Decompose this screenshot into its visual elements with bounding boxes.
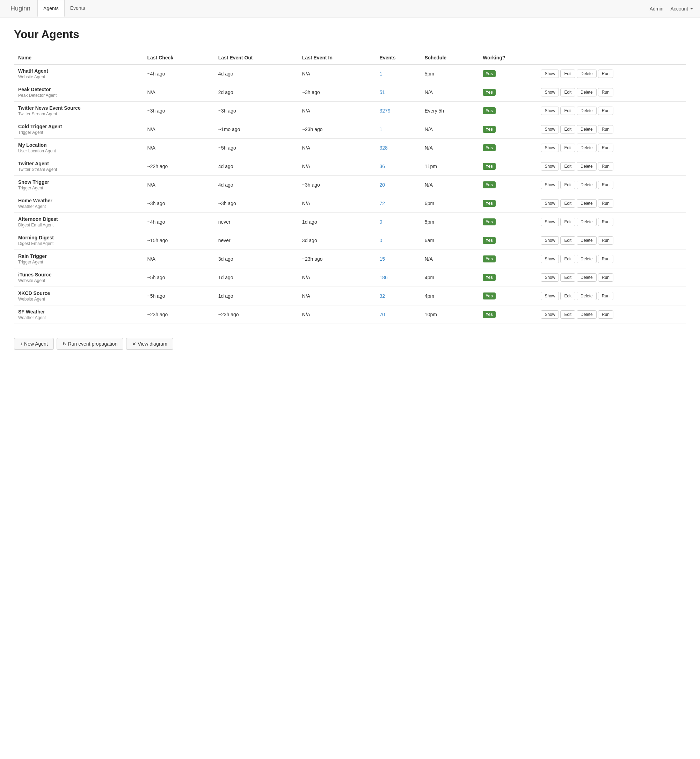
nav-admin[interactable]: Admin	[650, 6, 664, 11]
brand-logo[interactable]: Huginn	[7, 5, 34, 12]
delete-button[interactable]: Delete	[577, 236, 597, 245]
nav-account[interactable]: Account	[670, 6, 693, 11]
show-button[interactable]: Show	[541, 255, 559, 263]
cell-actions: Show Edit Delete Run	[536, 287, 686, 305]
cell-events: 186	[375, 268, 420, 287]
show-button[interactable]: Show	[541, 218, 559, 226]
new-agent-button[interactable]: + New Agent	[14, 338, 54, 350]
cell-schedule: Every 5h	[420, 102, 478, 120]
delete-button[interactable]: Delete	[577, 292, 597, 300]
show-button[interactable]: Show	[541, 144, 559, 152]
edit-button[interactable]: Edit	[560, 88, 575, 97]
run-button[interactable]: Run	[598, 181, 613, 189]
agents-table: Name Last Check Last Event Out Last Even…	[14, 52, 686, 324]
edit-button[interactable]: Edit	[560, 144, 575, 152]
cell-last-event-in: 3d ago	[298, 231, 375, 250]
delete-button[interactable]: Delete	[577, 199, 597, 208]
working-badge: Yes	[483, 126, 496, 133]
edit-button[interactable]: Edit	[560, 255, 575, 263]
show-button[interactable]: Show	[541, 236, 559, 245]
run-button[interactable]: Run	[598, 199, 613, 208]
cell-events: 20	[375, 176, 420, 194]
edit-button[interactable]: Edit	[560, 181, 575, 189]
delete-button[interactable]: Delete	[577, 218, 597, 226]
delete-button[interactable]: Delete	[577, 106, 597, 115]
show-button[interactable]: Show	[541, 292, 559, 300]
cell-schedule: 4pm	[420, 287, 478, 305]
events-link[interactable]: 1	[380, 71, 383, 77]
edit-button[interactable]: Edit	[560, 218, 575, 226]
events-link[interactable]: 0	[380, 238, 383, 243]
edit-button[interactable]: Edit	[560, 125, 575, 133]
run-button[interactable]: Run	[598, 273, 613, 282]
run-button[interactable]: Run	[598, 125, 613, 133]
events-link[interactable]: 70	[380, 312, 385, 317]
run-button[interactable]: Run	[598, 310, 613, 319]
cell-name: Afternoon Digest Digest Email Agent	[14, 213, 143, 231]
run-button[interactable]: Run	[598, 106, 613, 115]
cell-last-check: ~23h ago	[143, 305, 214, 324]
view-diagram-button[interactable]: ✕ View diagram	[126, 338, 173, 350]
events-link[interactable]: 328	[380, 145, 388, 150]
action-buttons: Show Edit Delete Run	[541, 273, 682, 282]
show-button[interactable]: Show	[541, 273, 559, 282]
delete-button[interactable]: Delete	[577, 181, 597, 189]
delete-button[interactable]: Delete	[577, 88, 597, 97]
delete-button[interactable]: Delete	[577, 273, 597, 282]
cell-name: My Location User Location Agent	[14, 139, 143, 157]
nav-item-events[interactable]: Events	[65, 0, 91, 17]
delete-button[interactable]: Delete	[577, 255, 597, 263]
nav-item-agents[interactable]: Agents	[38, 0, 65, 17]
edit-button[interactable]: Edit	[560, 70, 575, 78]
delete-button[interactable]: Delete	[577, 162, 597, 171]
show-button[interactable]: Show	[541, 70, 559, 78]
edit-button[interactable]: Edit	[560, 236, 575, 245]
events-link[interactable]: 3279	[380, 108, 391, 114]
events-link[interactable]: 51	[380, 89, 385, 95]
run-button[interactable]: Run	[598, 218, 613, 226]
events-link[interactable]: 1	[380, 127, 383, 132]
show-button[interactable]: Show	[541, 181, 559, 189]
edit-button[interactable]: Edit	[560, 106, 575, 115]
cell-events: 1	[375, 120, 420, 139]
events-link[interactable]: 15	[380, 256, 385, 262]
working-badge: Yes	[483, 218, 496, 225]
run-button[interactable]: Run	[598, 70, 613, 78]
action-buttons: Show Edit Delete Run	[541, 218, 682, 226]
events-link[interactable]: 32	[380, 293, 385, 299]
run-button[interactable]: Run	[598, 236, 613, 245]
events-link[interactable]: 72	[380, 200, 385, 206]
working-badge: Yes	[483, 255, 496, 263]
edit-button[interactable]: Edit	[560, 273, 575, 282]
cell-last-event-out: 1d ago	[214, 287, 298, 305]
show-button[interactable]: Show	[541, 310, 559, 319]
edit-button[interactable]: Edit	[560, 310, 575, 319]
run-button[interactable]: Run	[598, 292, 613, 300]
events-link[interactable]: 186	[380, 275, 388, 280]
events-link[interactable]: 20	[380, 182, 385, 188]
show-button[interactable]: Show	[541, 106, 559, 115]
run-button[interactable]: Run	[598, 162, 613, 171]
cell-events: 3279	[375, 102, 420, 120]
show-button[interactable]: Show	[541, 199, 559, 208]
edit-button[interactable]: Edit	[560, 162, 575, 171]
delete-button[interactable]: Delete	[577, 125, 597, 133]
cell-last-check: ~15h ago	[143, 231, 214, 250]
events-link[interactable]: 0	[380, 219, 383, 225]
show-button[interactable]: Show	[541, 162, 559, 171]
run-event-propagation-button[interactable]: ↻ Run event propagation	[56, 338, 123, 350]
run-button[interactable]: Run	[598, 88, 613, 97]
edit-button[interactable]: Edit	[560, 292, 575, 300]
delete-button[interactable]: Delete	[577, 144, 597, 152]
show-button[interactable]: Show	[541, 88, 559, 97]
delete-button[interactable]: Delete	[577, 310, 597, 319]
show-button[interactable]: Show	[541, 125, 559, 133]
run-button[interactable]: Run	[598, 144, 613, 152]
delete-button[interactable]: Delete	[577, 70, 597, 78]
run-button[interactable]: Run	[598, 255, 613, 263]
edit-button[interactable]: Edit	[560, 199, 575, 208]
cell-actions: Show Edit Delete Run	[536, 139, 686, 157]
action-buttons: Show Edit Delete Run	[541, 310, 682, 319]
events-link[interactable]: 36	[380, 164, 385, 169]
cell-last-event-out: never	[214, 213, 298, 231]
